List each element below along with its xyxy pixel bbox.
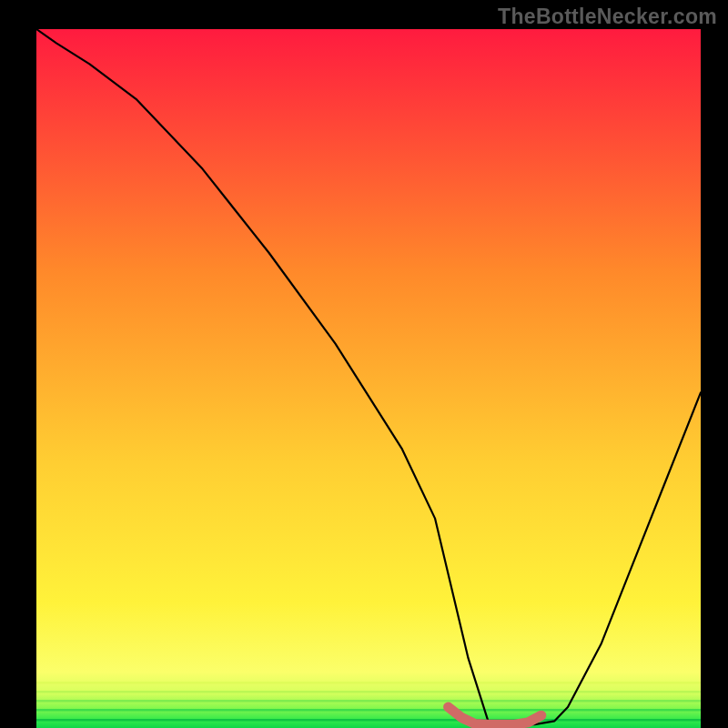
green-band-1 bbox=[36, 719, 701, 722]
gradient-background bbox=[36, 29, 701, 728]
green-band-3 bbox=[36, 700, 701, 703]
plot-svg bbox=[36, 29, 701, 728]
watermark-text: TheBottleNecker.com bbox=[498, 5, 717, 29]
green-band-4 bbox=[36, 691, 701, 693]
plot-frame bbox=[36, 29, 701, 728]
green-band-5 bbox=[36, 682, 701, 684]
green-band-2 bbox=[36, 709, 701, 712]
chart-root: TheBottleNecker.com bbox=[0, 0, 728, 728]
